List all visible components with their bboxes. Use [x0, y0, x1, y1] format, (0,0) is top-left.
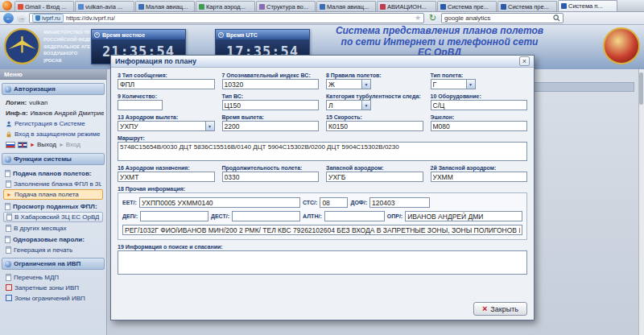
sidebar-item-restricted-zones[interactable]: Зоны ограничений ИВП	[3, 293, 103, 303]
reload-button[interactable]: ↻	[427, 14, 438, 23]
field-departure-aerodrome: 13 Аэродром вылета: УХПУ ▼	[118, 114, 215, 131]
browser-tab[interactable]: Карта аэрод...	[196, 1, 255, 11]
sts-input[interactable]	[320, 197, 348, 208]
ministry-line: (РОСАВ	[43, 57, 90, 64]
section-label: Функции системы	[14, 155, 72, 163]
altn-input[interactable]	[324, 211, 385, 221]
address-bar[interactable]: ivprf.ru https://dv.ivprf.ru/ ★	[29, 13, 424, 23]
dof-input[interactable]	[369, 197, 430, 208]
second-alternate-aerodrome-input[interactable]	[431, 172, 528, 182]
login-button[interactable]: ► Вход	[59, 141, 80, 148]
utc-time-label: Время UTC	[226, 32, 258, 38]
browser-tab-active[interactable]: Система п...	[558, 0, 617, 11]
field-level: Эшелон:	[431, 114, 528, 131]
chevron-down-icon[interactable]: ▼	[361, 101, 370, 110]
browser-tab-bar: Gmail - Вход ... vulkan-avia ... Малая а…	[0, 0, 644, 12]
browser-tab[interactable]: vulkan-avia ...	[75, 1, 134, 11]
sidebar-item-forbidden-zones[interactable]: Запретные зоны ИВП	[3, 283, 103, 292]
browser-tab[interactable]: Система пре...	[437, 1, 497, 11]
search-box[interactable]: google analytics	[441, 13, 564, 23]
user-info-row: Инф-я: Иванов Андрей Дмитрие	[0, 108, 106, 118]
sar-textarea[interactable]	[118, 250, 527, 275]
forward-icon: →	[19, 15, 25, 22]
tab-label: Карта аэрод...	[206, 3, 246, 10]
sidebar-item-register[interactable]: Регистрация в Системе	[0, 118, 106, 129]
bookmark-star-icon[interactable]: ★	[415, 14, 421, 22]
logout-button[interactable]: ► Выход	[30, 141, 56, 148]
browser-tab[interactable]: АВИАЦИОН...	[377, 1, 436, 11]
forbidden-zone-icon	[6, 284, 12, 291]
flight-rules-select[interactable]: Ж ▼	[326, 79, 371, 89]
browser-tab[interactable]: Система пре...	[497, 1, 557, 11]
opr-input[interactable]	[405, 211, 522, 221]
dialog-body: 3 Тип сообщения: 7 Опознавательный индек…	[111, 68, 534, 320]
scrollbar-thumb[interactable]	[639, 72, 643, 105]
aircraft-id-input[interactable]	[222, 79, 320, 89]
sidebar-item-secure-login[interactable]: Вход в защищенном режиме	[0, 129, 106, 139]
form-row-2: 9 Количество: Тип ВС: Категория турбулен…	[118, 93, 527, 110]
field-flight-rules: 8 Правила полетов: Ж ▼	[326, 72, 423, 89]
message-type-input[interactable]	[118, 79, 215, 89]
remarks-input[interactable]	[122, 225, 522, 235]
field-label: Запасной аэродром:	[326, 165, 423, 171]
dialog-close-icon[interactable]: ×	[519, 56, 530, 66]
browser-tab[interactable]: Структура во...	[256, 1, 316, 11]
agency-seal-icon	[603, 27, 640, 64]
forward-button[interactable]: →	[17, 14, 26, 23]
ministry-text: МИНИСТЕРСТВО ТРАНС РОССИЙСКОЙ ФЕДЕР ФЕДЕ…	[43, 29, 90, 64]
close-button[interactable]: × Закрыть	[473, 302, 527, 316]
login-label: Логин:	[6, 99, 27, 106]
register-link[interactable]: Регистрация в Системе	[14, 120, 85, 127]
sidebar-item-mdp-list[interactable]: Перечень МДП	[3, 272, 103, 282]
number-input[interactable]	[118, 100, 163, 110]
speed-input[interactable]	[326, 121, 423, 131]
turbulence-select[interactable]: Л ▼	[326, 100, 371, 110]
document-icon	[6, 246, 11, 254]
chevron-down-icon[interactable]: ▼	[205, 122, 214, 130]
level-input[interactable]	[431, 121, 528, 131]
route-textarea[interactable]: 5748С15654В/0030 ДЦТ 5836С15516В/0140 ДЦ…	[118, 142, 527, 161]
eet-input[interactable]	[139, 197, 300, 208]
equipment-input[interactable]	[431, 100, 528, 110]
dialog-footer: × Закрыть	[118, 300, 527, 316]
secure-login-link[interactable]: Вход в защищенном режиме	[14, 130, 101, 138]
aircraft-type-input[interactable]	[222, 100, 320, 110]
browser-tab[interactable]: Малая авиац...	[316, 1, 376, 11]
alternate-aerodrome-input[interactable]	[326, 172, 423, 182]
flag-russia-icon[interactable]	[6, 142, 15, 148]
flight-duration-input[interactable]	[222, 172, 320, 182]
url-text[interactable]: https://dv.ivprf.ru/	[66, 14, 412, 22]
search-magnifier-icon[interactable]	[553, 14, 560, 22]
user-info-label: Инф-я:	[6, 110, 28, 117]
field-label: 3 Тип сообщения:	[118, 72, 215, 78]
dep-input[interactable]	[140, 211, 208, 221]
menu-header: Меню	[0, 69, 106, 80]
back-button[interactable]: ←	[3, 13, 14, 23]
departure-aerodrome-select[interactable]: УХПУ ▼	[118, 121, 215, 131]
flag-uk-icon[interactable]	[18, 142, 27, 148]
sidebar-item-khabarovsk-center[interactable]: В Хабаровский ЗЦ ЕС ОрВД	[3, 212, 103, 222]
local-time-label: Время местное	[102, 32, 145, 38]
search-input[interactable]: google analytics	[444, 14, 551, 22]
system-title: Система представления планов полетов по …	[319, 26, 560, 59]
site-identity-badge[interactable]: ivprf.ru	[32, 14, 64, 23]
tab-label: Малая авиац...	[146, 3, 188, 10]
other-info-box: ЕЕТ/: СТС/: ДОФ/: ДЕП/: ДЕСТ/: АЛТН/: ОП…	[118, 192, 527, 240]
chevron-down-icon[interactable]: ▼	[466, 80, 475, 89]
browser-tab[interactable]: Малая авиац...	[135, 1, 195, 11]
sidebar-item-other-months[interactable]: В других месяцах	[3, 223, 103, 233]
chevron-down-icon[interactable]: ▼	[361, 80, 370, 89]
destination-aerodrome-input[interactable]	[118, 172, 215, 182]
sidebar-item-submit-plan[interactable]: ► Подача плана полета	[3, 189, 103, 200]
section-airspace-restrictions: Ограничения на ИВП	[2, 258, 105, 270]
section-sphere-icon	[5, 156, 11, 163]
page-scrollbar[interactable]	[638, 69, 644, 335]
dest-input[interactable]	[232, 211, 300, 221]
flight-type-select[interactable]: Г ▼	[431, 79, 476, 89]
browser-tab[interactable]: Gmail - Вход ...	[14, 1, 74, 11]
sidebar-item-fill-fpl[interactable]: Заполнение бланка ФПЛ в ЗЦ	[3, 179, 103, 188]
sidebar-item-otp-generate[interactable]: Генерация и печать	[3, 245, 103, 254]
field-aircraft-type: Тип ВС:	[222, 93, 320, 110]
back-icon: ←	[6, 15, 12, 22]
departure-time-input[interactable]	[222, 121, 320, 131]
